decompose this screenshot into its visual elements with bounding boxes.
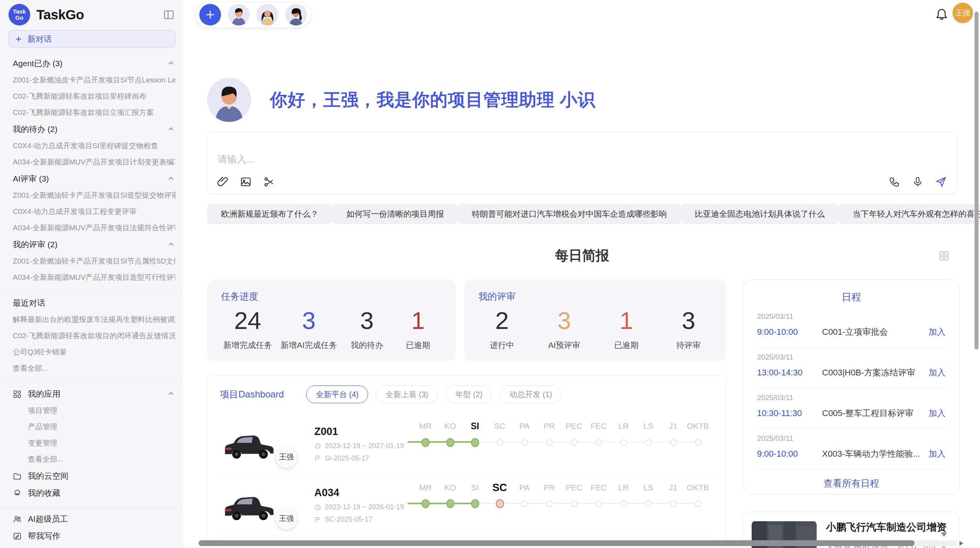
horizontal-scrollbar-thumb[interactable] (199, 540, 915, 546)
tab-new-platform[interactable]: 全新平台 (4) (306, 385, 368, 403)
sidebar-item[interactable]: A034-全新新能源MUV产品开发项目造型可行性评审 (13, 269, 175, 286)
section-my-todo[interactable]: 我的待办 (2) (13, 121, 175, 138)
tab-model-year[interactable]: 年型 (2) (445, 385, 492, 403)
send-icon[interactable] (935, 176, 947, 188)
section-label: AI评审 (3) (13, 173, 49, 184)
avatar[interactable] (228, 4, 250, 26)
sidebar-item-favorites[interactable]: 我的收藏 (13, 485, 175, 502)
chevron-up-icon[interactable] (167, 390, 175, 398)
recent-chat-item[interactable]: 解释最新出台的欧盟报废车法规再生塑料比例被调至15%... (13, 312, 175, 328)
suggestion-chips: 欧洲新规最近颁布了什么？ 如何写一份清晰的项目周报 特朗普可能对进口汽车增税会对… (207, 204, 957, 224)
scroll-down-arrow[interactable] (941, 533, 947, 537)
avatar[interactable] (257, 4, 278, 26)
sidebar-item[interactable]: C02-飞腾新能源轻客改款项目立项汇报方案 (13, 104, 175, 121)
suggestion-chip[interactable]: 如何写一份清晰的项目周报 (332, 204, 458, 224)
new-chat-button[interactable]: 新对话 (9, 30, 175, 48)
sidebar-item-help-me-write[interactable]: 帮我写作 (13, 527, 175, 545)
sidebar-item-creative-drawing[interactable]: 创意制图 (13, 545, 175, 548)
suggestion-chip[interactable]: 欧洲新规最近颁布了什么？ (207, 204, 332, 224)
favorites-label: 我的收藏 (28, 488, 60, 498)
app-logo: Task Go (9, 4, 30, 26)
milestone: PEC (562, 481, 586, 494)
layout-grid-icon[interactable] (938, 250, 950, 262)
project-image: 王强 (220, 426, 301, 462)
stat-value: 24 (223, 307, 272, 334)
app-item-project-mgmt[interactable]: 项目管理 (13, 402, 175, 419)
chevron-up-icon[interactable] (167, 175, 175, 183)
suggestion-chip[interactable]: 当下年轻人对汽车外观有怎样的喜好趋势 (839, 204, 980, 224)
sidebar-item[interactable]: Z001-全新燃油轻卡产品开发项目SI造型提交物评审 (13, 187, 175, 204)
app-item-change-mgmt[interactable]: 变更管理 (13, 435, 175, 451)
schedule-date: 2025/03/11 (757, 353, 946, 361)
sidebar-item[interactable]: A034-全新新能源MUV产品开发项目计划变更表编写 (13, 154, 175, 170)
milestone-dot-done (471, 438, 479, 447)
app-item-product-mgmt[interactable]: 产品管理 (13, 419, 175, 435)
milestone-dot-done (421, 438, 430, 447)
user-avatar[interactable]: 王强 (953, 3, 973, 23)
project-owner-badge: 王强 (276, 446, 297, 468)
vertical-scrollbar[interactable] (975, 12, 978, 349)
section-agent-done[interactable]: Agent已办 (3) (13, 55, 175, 72)
schedule-event-title: C005-整车工程目标评审 (822, 408, 929, 419)
sidebar-toggle-icon[interactable] (163, 9, 175, 21)
scissors-icon[interactable] (263, 176, 275, 188)
view-all-chats-link[interactable]: 查看全部... (13, 360, 175, 377)
sidebar-item-my-apps[interactable]: 我的应用 (13, 385, 175, 402)
sidebar-item[interactable]: A034-全新新能源MUV产品开发项目法规符合性评审 (13, 220, 175, 236)
recent-chat-item[interactable]: C02-飞腾新能源轻客改款项目的闭环通告反馈情况 (13, 328, 175, 344)
sidebar-item[interactable]: C0X4-动力总成开发项目SI里程碑提交物检查 (13, 138, 175, 154)
suggestion-chip[interactable]: 特朗普可能对进口汽车增税会对中国车企造成哪些影响 (458, 204, 681, 224)
milestone-dot (571, 439, 577, 446)
paperclip-icon[interactable] (217, 176, 228, 188)
schedule-date: 2025/03/11 (757, 394, 946, 402)
chat-input[interactable] (218, 154, 682, 165)
chevron-up-icon[interactable] (167, 240, 175, 249)
milestone: OKTB (685, 481, 710, 494)
composer-right-icons (889, 176, 947, 188)
my-apps-label: 我的应用 (28, 389, 60, 399)
sidebar-item[interactable]: Z001-全新燃油皮卡产品开发项目SI节点Lesson Learn报告 (13, 72, 175, 88)
recent-chat-item[interactable]: 公司Q3轻卡销量 (13, 344, 175, 360)
sidebar-item[interactable]: C0X4-动力总成开发项目工程变更评审 (13, 204, 175, 220)
milestone: OKTB (685, 420, 710, 433)
milestone: MR (413, 481, 438, 494)
phone-icon[interactable] (889, 176, 900, 188)
tab-new-body[interactable]: 全新上装 (3) (376, 385, 438, 403)
join-link[interactable]: 加入 (929, 408, 946, 419)
microphone-icon[interactable] (912, 176, 923, 188)
section-my-review[interactable]: 我的评审 (2) (13, 236, 175, 253)
tab-powertrain[interactable]: 动总开发 (1) (500, 385, 562, 403)
cloud-space-label: 我的云空间 (28, 471, 69, 481)
daily-briefing-title: 每日简报 (207, 247, 957, 265)
sidebar-item[interactable]: C02-飞腾新能源轻客改款项目里程碑画布 (13, 88, 175, 104)
chevron-up-icon[interactable] (167, 125, 175, 134)
add-member-button[interactable] (199, 4, 221, 26)
milestone: MR (413, 420, 438, 433)
sidebar-item[interactable]: Z001-全新燃油轻卡产品开发项目SI节点属性5D文件评审 (13, 253, 175, 269)
scroll-right-arrow[interactable] (959, 541, 963, 546)
image-icon[interactable] (240, 176, 252, 188)
view-all-schedule-link[interactable]: 查看所有日程 (757, 469, 946, 497)
join-link[interactable]: 加入 (929, 367, 946, 378)
milestone: PR (537, 420, 562, 433)
section-ai-review[interactable]: AI评审 (3) (13, 170, 175, 187)
milestone: KO (438, 481, 463, 494)
stat-label: 新增完成任务 (223, 340, 272, 351)
join-link[interactable]: 加入 (929, 326, 946, 338)
view-all-apps-link[interactable]: 查看全部... (13, 451, 175, 468)
milestone-dot-overdue (496, 499, 504, 508)
suggestion-chip[interactable]: 比亚迪全固态电池计划具体说了什么 (681, 204, 839, 224)
avatar[interactable] (285, 4, 307, 26)
milestone-dot (645, 500, 652, 507)
project-row[interactable]: 王强 Z001 2023-12-19 ~ 2027-01-19 SI-2025-… (220, 413, 713, 474)
divider (0, 508, 183, 508)
sidebar-item-cloud-space[interactable]: 我的云空间 (13, 468, 175, 485)
my-review-title: 我的评审 (478, 290, 712, 303)
join-link[interactable]: 加入 (929, 448, 946, 460)
project-row[interactable]: 王强 A034 2023-12-19 ~ 2026-01-19 SC-2025-… (220, 474, 713, 536)
medal-icon (13, 489, 22, 498)
chevron-up-icon[interactable] (167, 59, 175, 68)
sidebar-item-ai-super-staff[interactable]: AI超级员工 (13, 510, 175, 527)
notifications-bell-icon[interactable] (935, 7, 949, 21)
schedule-item: 2025/03/11 9:00-10:00 X003-车辆动力学性能验... 加… (757, 429, 946, 469)
